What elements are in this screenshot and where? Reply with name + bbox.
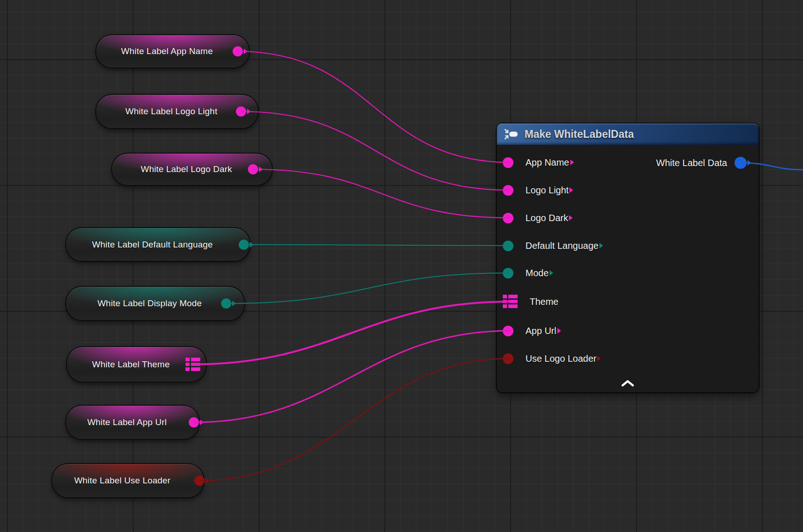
output-row-out-white-label-data: White Label Data xyxy=(656,149,747,177)
output-pin-app-name[interactable] xyxy=(233,46,243,56)
input-row-in-use-logo-loader: Use Logo Loader xyxy=(503,345,596,372)
output-pin-label: White Label Data xyxy=(656,158,727,168)
input-pin-label: App Name xyxy=(525,157,569,168)
input-pin-label: Mode xyxy=(525,268,549,278)
wire-use-loader-to-in-use-logo-loader[interactable] xyxy=(199,359,510,481)
output-pin-logo-dark[interactable] xyxy=(248,164,258,174)
output-pin-logo-light[interactable] xyxy=(236,106,246,117)
getter-node-label: White Label Theme xyxy=(80,359,193,370)
getter-node-label: White Label App Name xyxy=(109,46,236,56)
getter-node-label: White Label Display Mode xyxy=(86,298,225,309)
input-row-in-default-language: Default Language xyxy=(503,232,599,260)
make-whitelabeldata-node[interactable]: Make WhiteLabelData App NameLogo LightLo… xyxy=(497,124,759,392)
input-row-in-logo-dark: Logo Dark xyxy=(503,204,568,232)
collapse-node-button[interactable] xyxy=(618,377,638,389)
getter-node-label: White Label Logo Dark xyxy=(129,164,255,174)
getter-node-default-language[interactable]: White Label Default Language xyxy=(66,228,250,261)
input-pin-label: Logo Light xyxy=(525,185,568,196)
getter-node-label: White Label App Url xyxy=(75,417,190,427)
input-pin-label: Default Language xyxy=(525,241,599,251)
wire-logo-dark-to-in-logo-dark[interactable] xyxy=(253,169,510,218)
output-pin-theme[interactable] xyxy=(185,358,200,371)
getter-node-logo-dark[interactable]: White Label Logo Dark xyxy=(112,154,272,185)
getter-node-label: White Label Default Language xyxy=(80,240,236,250)
chevron-up-icon xyxy=(621,379,635,387)
output-pin-out-white-label-data[interactable] xyxy=(735,157,747,169)
input-pin-in-use-logo-loader[interactable] xyxy=(503,353,513,364)
getter-node-app-name[interactable]: White Label App Name xyxy=(96,35,249,68)
getter-node-use-loader[interactable]: White Label Use Loader xyxy=(52,464,204,497)
blueprint-graph-canvas[interactable]: Make WhiteLabelData App NameLogo LightLo… xyxy=(0,0,803,532)
input-pin-in-logo-dark[interactable] xyxy=(503,213,513,223)
output-pin-use-loader[interactable] xyxy=(194,476,204,486)
input-pin-label: Theme xyxy=(530,297,558,307)
getter-node-label: White Label Use Loader xyxy=(62,476,193,486)
input-pin-in-app-url[interactable] xyxy=(503,326,513,336)
input-pin-label: Logo Dark xyxy=(525,213,568,223)
make-node-header[interactable]: Make WhiteLabelData xyxy=(497,124,759,145)
input-row-in-logo-light: Logo Light xyxy=(503,176,568,204)
getter-node-display-mode[interactable]: White Label Display Mode xyxy=(66,287,244,320)
make-struct-icon xyxy=(503,128,519,141)
wire-app-url-to-in-app-url[interactable] xyxy=(194,331,510,422)
input-row-in-theme: Theme xyxy=(503,288,558,315)
make-node-title: Make WhiteLabelData xyxy=(525,128,634,141)
wire-display-mode-to-in-mode[interactable] xyxy=(226,273,510,303)
output-pin-default-language[interactable] xyxy=(239,240,249,250)
input-pin-label: App Url xyxy=(525,326,556,336)
wire-logo-light-to-in-logo-light[interactable] xyxy=(241,111,510,190)
input-pin-in-app-name[interactable] xyxy=(503,157,513,168)
wire-default-language-to-in-default-language[interactable] xyxy=(244,245,510,246)
getter-node-logo-light[interactable]: White Label Logo Light xyxy=(96,95,258,128)
output-pin-app-url[interactable] xyxy=(189,417,199,427)
wire-app-name-to-in-app-name[interactable] xyxy=(238,51,510,162)
input-pin-in-mode[interactable] xyxy=(503,268,513,278)
input-row-in-app-url: App Url xyxy=(503,317,556,345)
input-pin-in-logo-light[interactable] xyxy=(503,185,513,196)
input-row-in-app-name: App Name xyxy=(503,148,569,176)
input-row-in-mode: Mode xyxy=(503,259,549,287)
getter-node-label: White Label Logo Light xyxy=(113,106,241,117)
input-pin-in-default-language[interactable] xyxy=(503,241,513,251)
getter-node-theme[interactable]: White Label Theme xyxy=(67,347,206,382)
getter-node-app-url[interactable]: White Label App Url xyxy=(66,406,199,439)
output-pin-display-mode[interactable] xyxy=(221,298,231,309)
input-pin-label: Use Logo Loader xyxy=(525,353,596,364)
input-pin-in-theme[interactable] xyxy=(503,295,518,309)
